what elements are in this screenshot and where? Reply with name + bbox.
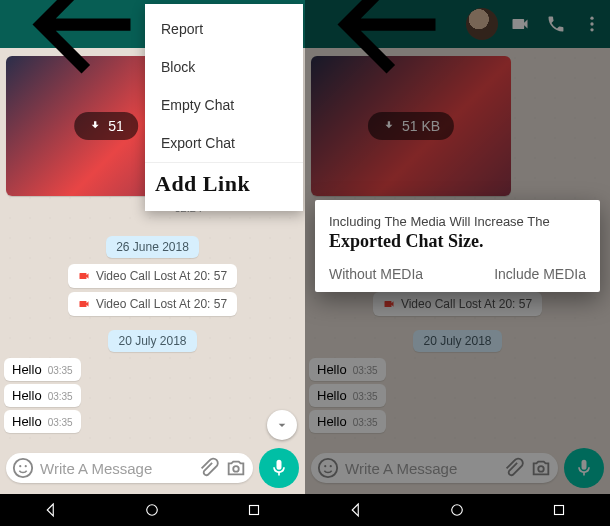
- video-call-icon[interactable]: [510, 14, 530, 34]
- without-media-button[interactable]: Without MEDIa: [329, 266, 423, 282]
- svg-point-9: [590, 28, 593, 31]
- svg-rect-15: [250, 506, 259, 515]
- overflow-menu: Report Block Empty Chat Export Chat Add …: [145, 4, 303, 211]
- svg-point-5: [25, 465, 27, 467]
- svg-point-4: [19, 465, 21, 467]
- mic-button[interactable]: [564, 448, 604, 488]
- phone-left: Andrea Guice 15:14 51 02:24 26 June 2018…: [0, 0, 305, 494]
- download-icon: [382, 119, 396, 133]
- svg-rect-17: [555, 506, 564, 515]
- phone-right: Andrea Guida 15:14 51 KB 26 June 2018 Vi…: [305, 0, 610, 494]
- svg-point-10: [319, 459, 337, 477]
- message-input-pill[interactable]: Write A Message: [6, 453, 253, 483]
- dialog-text-line2: Exported Chat Size.: [329, 231, 586, 252]
- nav-home-icon[interactable]: [143, 501, 161, 519]
- nav-home-icon[interactable]: [448, 501, 466, 519]
- back-icon[interactable]: [313, 0, 460, 98]
- scroll-to-bottom-button[interactable]: [267, 410, 297, 440]
- menu-report[interactable]: Report: [145, 10, 303, 48]
- nav-back-icon[interactable]: [347, 501, 365, 519]
- message-input-placeholder: Write A Message: [345, 460, 496, 477]
- composer: Write A Message: [0, 444, 305, 494]
- svg-point-8: [590, 22, 593, 25]
- menu-block[interactable]: Block: [145, 48, 303, 86]
- camera-icon[interactable]: [225, 457, 247, 479]
- back-icon[interactable]: [8, 0, 155, 98]
- message-bubble[interactable]: Hello03:35: [4, 358, 81, 381]
- message-bubble[interactable]: Hello03:35: [4, 384, 81, 407]
- video-missed-icon: [78, 298, 90, 310]
- mic-icon: [269, 458, 289, 478]
- date-chip: 20 July 2018: [108, 330, 196, 352]
- more-icon[interactable]: [582, 14, 602, 34]
- missed-call-chip[interactable]: Video Call Lost At 20: 57: [68, 292, 237, 316]
- attach-icon[interactable]: [502, 457, 524, 479]
- composer: Write A Message: [305, 444, 610, 494]
- attach-icon[interactable]: [197, 457, 219, 479]
- date-chip: 20 July 2018: [413, 330, 501, 352]
- missed-call-chip[interactable]: Video Call Lost At 20: 57: [68, 264, 237, 288]
- nav-back-icon[interactable]: [42, 501, 60, 519]
- download-pill[interactable]: 51 KB: [368, 112, 454, 140]
- mic-button[interactable]: [259, 448, 299, 488]
- menu-add-link[interactable]: Add Link: [145, 162, 303, 205]
- message-input-placeholder: Write A Message: [40, 460, 191, 477]
- svg-point-11: [324, 465, 326, 467]
- download-size: 51: [108, 118, 124, 134]
- download-icon: [88, 119, 102, 133]
- menu-export-chat[interactable]: Export Chat: [145, 124, 303, 162]
- svg-point-7: [590, 17, 593, 20]
- svg-point-16: [452, 505, 463, 516]
- nav-recent-icon[interactable]: [245, 501, 263, 519]
- svg-point-14: [147, 505, 158, 516]
- svg-point-12: [330, 465, 332, 467]
- android-navbar: [0, 494, 610, 526]
- menu-empty-chat[interactable]: Empty Chat: [145, 86, 303, 124]
- message-bubble[interactable]: Hello03:35: [309, 358, 386, 381]
- mic-icon: [574, 458, 594, 478]
- message-bubble[interactable]: Hello03:35: [309, 384, 386, 407]
- message-input-pill[interactable]: Write A Message: [311, 453, 558, 483]
- message-bubble[interactable]: Hello03:35: [309, 410, 386, 433]
- download-size: 51 KB: [402, 118, 440, 134]
- download-pill[interactable]: 51: [74, 112, 138, 140]
- svg-point-6: [233, 466, 239, 472]
- message-bubble[interactable]: Hello03:35: [4, 410, 81, 433]
- video-missed-icon: [383, 298, 395, 310]
- emoji-icon[interactable]: [12, 457, 34, 479]
- svg-point-3: [14, 459, 32, 477]
- dialog-text-line1: Including The Media Will Increase The: [329, 214, 586, 229]
- camera-icon[interactable]: [530, 457, 552, 479]
- emoji-icon[interactable]: [317, 457, 339, 479]
- avatar[interactable]: [466, 8, 498, 40]
- include-media-button[interactable]: Include MEDIa: [494, 266, 586, 282]
- missed-call-chip[interactable]: Video Call Lost At 20: 57: [373, 292, 542, 316]
- export-dialog: Including The Media Will Increase The Ex…: [315, 200, 600, 292]
- date-chip: 26 June 2018: [106, 236, 199, 258]
- chevron-down-icon: [274, 417, 290, 433]
- chat-header: Andrea Guida 15:14: [305, 0, 610, 48]
- svg-point-13: [538, 466, 544, 472]
- video-missed-icon: [78, 270, 90, 282]
- voice-call-icon[interactable]: [546, 14, 566, 34]
- nav-recent-icon[interactable]: [550, 501, 568, 519]
